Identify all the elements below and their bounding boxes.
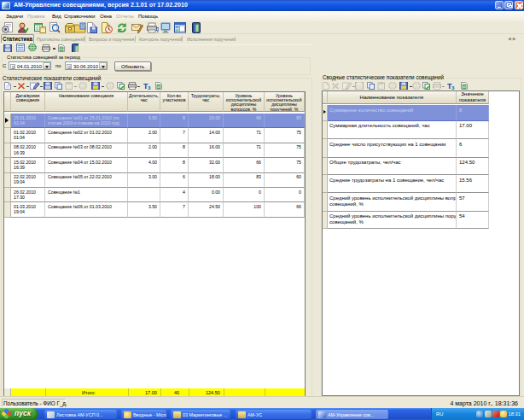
svg-text:з: з [451,85,455,90]
svg-text:з: з [148,85,151,90]
svg-text:?: ? [155,26,159,33]
